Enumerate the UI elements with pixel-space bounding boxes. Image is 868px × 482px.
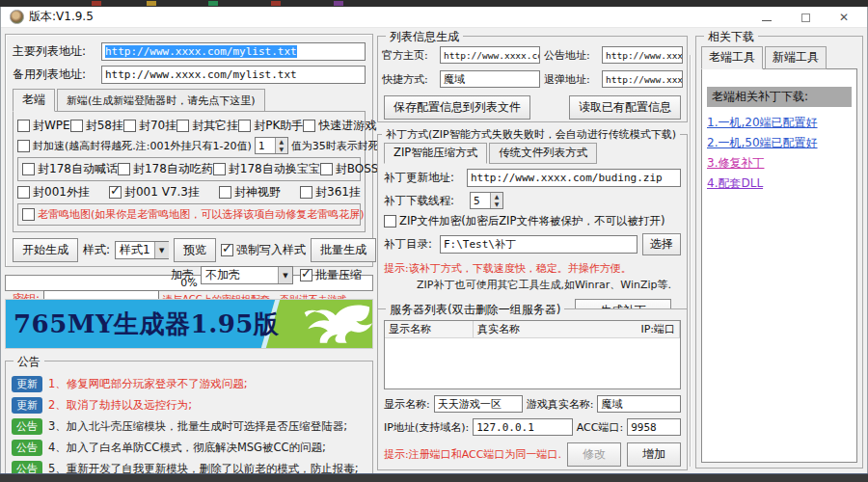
checkbox-icon	[213, 163, 226, 175]
real-name-input[interactable]: 魔域	[597, 395, 681, 413]
checkbox-icon	[320, 163, 333, 175]
background-taskbar-edge	[0, 473, 868, 482]
patch-url-input[interactable]: http://www.xxxx.com/buding.zip	[467, 169, 681, 187]
checkbox-icon	[303, 120, 315, 132]
background-icon	[334, 1, 343, 6]
close-button[interactable]: ✕	[825, 7, 863, 28]
threads-spinner[interactable]: 5▲▼	[470, 192, 503, 209]
download-link[interactable]: 3.修复补丁	[707, 155, 852, 172]
app-body: 主要列表地址: http://www.xxxx.com/mylist.txt 备…	[1, 28, 867, 472]
patch-tab[interactable]: ZIP智能压缩方式	[384, 143, 487, 164]
notice-text: 2、取消了劫持以及远控行为;	[48, 398, 192, 413]
block-option-checkbox[interactable]: 封178自动喊话	[22, 161, 118, 177]
batch-generate-button[interactable]: 批量生成	[311, 238, 376, 262]
downloads-listbox[interactable]: 老端相关补丁下载: 1.一机,20端已配置好2.一机,50端已配置好3.修复补丁…	[701, 68, 857, 463]
bounce-input[interactable]: http://www.xxxx.com	[602, 70, 683, 88]
block-speed-checkbox[interactable]: 封加速(越高封得越死.注:001外挂只有1-20值)	[17, 139, 252, 153]
main-list-input[interactable]: http://www.xxxx.com/mylist.txt	[101, 42, 366, 61]
app-icon	[10, 10, 24, 24]
start-generate-button[interactable]: 开始生成	[13, 238, 78, 262]
ip-input[interactable]: 127.0.0.1	[473, 418, 573, 436]
real-name-label: 游戏真实名称:	[527, 397, 594, 412]
list-generation-column: 列表信息生成 官方主页: http://www.xxxx.com 公告地址: h…	[377, 28, 688, 472]
zip-encrypt-checkbox[interactable]: ZIP文件加密(加密后ZIP文件将被保护，不可以被打开)	[384, 214, 665, 228]
save-config-button[interactable]: 保存配置信息到列表文件	[384, 95, 530, 120]
notice-url-input[interactable]: http://www.xxxx.com	[602, 46, 683, 64]
window-title: 版本:V1.9.5	[29, 9, 94, 25]
background-window-edge	[0, 0, 868, 7]
patch-tab[interactable]: 传统文件列表方式	[489, 143, 597, 164]
patch-url-label: 补丁更新地址:	[384, 171, 467, 185]
spin-down-icon[interactable]: ▼	[491, 201, 502, 208]
shortcut-input[interactable]: 魔域	[440, 70, 540, 88]
acc-port-label: ACC端口:	[577, 420, 623, 435]
block-option-checkbox[interactable]: 快速进游戏	[303, 118, 376, 134]
downloads-tab[interactable]: 老端工具	[701, 46, 763, 69]
check-row-3: 封178自动喊话封178自动吃药封178自动换宝宝封BOSS提醒	[17, 157, 361, 181]
downloads-tab[interactable]: 新端工具	[765, 46, 827, 69]
maximize-button[interactable]	[786, 7, 825, 28]
spin-up-icon[interactable]: ▲	[491, 193, 502, 201]
download-link[interactable]: 4.配套DLL	[707, 175, 852, 192]
download-link[interactable]: 2.一机,50端已配置好	[707, 135, 852, 151]
block-option-checkbox[interactable]: 封58挂	[70, 118, 123, 134]
client-tab[interactable]: 新端(生成新端登陆器时，请先点下这里)	[57, 89, 265, 112]
notice-text: 3、加入北斗壳压缩模块，批量生成时可选择是否压缩登陆器;	[48, 419, 347, 434]
speed-value-spinner[interactable]: 1▲▼	[255, 137, 288, 154]
add-server-button[interactable]: 增加	[627, 442, 681, 467]
main-list-row: 主要列表地址: http://www.xxxx.com/mylist.txt	[13, 42, 366, 61]
server-list-title: 服务器列表(双击删除一组服务器)	[386, 302, 564, 318]
list-info-box: 列表信息生成 官方主页: http://www.xxxx.com 公告地址: h…	[377, 36, 688, 122]
spin-down-icon[interactable]: ▼	[276, 146, 287, 153]
block-option-checkbox[interactable]: 封001外挂	[17, 184, 90, 201]
choose-dir-button[interactable]: 选择	[642, 233, 681, 255]
notice-badge: 更新	[12, 397, 42, 414]
batch-compress-checkbox[interactable]: 批量压缩	[300, 267, 362, 283]
backup-list-input[interactable]: http://www.xxxx.com/mylist.txt	[101, 66, 366, 84]
backup-list-label: 备用列表地址:	[13, 67, 101, 83]
block-option-checkbox[interactable]: 封001 V7.3挂	[109, 184, 200, 201]
thunder-map-checkbox[interactable]: 老雷鸣地图(如果你是老雷鸣地图，可以选择该项自动修复老雷鸣花屏)	[22, 207, 365, 222]
patch-mode-title: 补丁方式(ZIP智能方式失败失败时，会自动进行传统模式下载)	[382, 127, 680, 142]
display-name-label: 显示名称:	[384, 397, 430, 412]
downloads-links: 1.一机,20端已配置好2.一机,50端已配置好3.修复补丁4.配套DLL	[707, 115, 852, 192]
banner-title: 765MY生成器1.95版	[14, 308, 279, 341]
block-option-checkbox[interactable]: 封WPE	[17, 118, 70, 134]
display-name-input[interactable]: 天天游戏一区	[434, 395, 523, 413]
block-option-checkbox[interactable]: 封178自动吃药	[118, 161, 213, 177]
shell-dropdown[interactable]: 不加壳▼	[201, 266, 293, 284]
home-input[interactable]: http://www.xxxx.com	[440, 46, 540, 64]
patch-threads-label: 补丁下载线程:	[384, 194, 467, 208]
block-option-checkbox[interactable]: 封PK助手	[238, 118, 303, 134]
spin-up-icon[interactable]: ▲	[276, 138, 287, 146]
patch-dir-input[interactable]: F:\Test\补丁	[440, 235, 637, 254]
patch-url-row: 补丁更新地址: http://www.xxxx.com/buding.zip	[384, 169, 681, 187]
app-window: 版本:V1.9.5 ✕ 主要列表地址: http://www.xxxx.com/…	[0, 7, 868, 473]
notice-item: 公告 3、加入北斗壳压缩模块，批量生成时可选择是否压缩登陆器;	[12, 415, 366, 437]
client-tab[interactable]: 老端	[13, 89, 55, 112]
notice-item: 更新 2、取消了劫持以及远控行为;	[12, 394, 366, 415]
checkbox-icon	[22, 208, 35, 221]
style-dropdown[interactable]: 样式1▼	[115, 241, 169, 259]
server-column-header[interactable]: 真实名称	[474, 321, 637, 337]
downloads-column: 相关下载 老端工具新端工具 老端相关补丁下载: 1.一机,20端已配置好2.一机…	[695, 28, 865, 472]
minimize-button[interactable]	[747, 7, 786, 28]
block-option-checkbox[interactable]: 封178自动换宝宝	[213, 161, 320, 177]
block-option-checkbox[interactable]: 封神视野	[219, 184, 281, 201]
modify-server-button[interactable]: 修改	[567, 442, 621, 467]
preview-button[interactable]: 预览	[174, 238, 216, 262]
server-column-header[interactable]: 显示名称	[385, 321, 474, 337]
block-option-checkbox[interactable]: 封361挂	[300, 184, 361, 201]
checkbox-icon	[109, 186, 122, 199]
read-config-button[interactable]: 读取已有配置信息	[569, 95, 681, 120]
main-list-label: 主要列表地址:	[13, 43, 101, 60]
force-style-checkbox[interactable]: 强制写入样式	[221, 242, 306, 258]
block-option-checkbox[interactable]: 封70挂	[123, 118, 176, 134]
download-link[interactable]: 1.一机,20端已配置好	[707, 115, 852, 131]
server-listview[interactable]: 显示名称真实名称IP:端口	[384, 320, 681, 389]
notice-item: 更新 1、修复网吧部分玩家登录不了游戏问题;	[12, 373, 366, 394]
acc-port-input[interactable]: 9958	[627, 418, 681, 436]
server-column-header[interactable]: IP:端口	[637, 321, 680, 337]
block-option-checkbox[interactable]: 封其它挂	[176, 118, 238, 134]
generate-toolbar: 开始生成 样式: 样式1▼ 预览 强制写入样式 批量生成	[13, 238, 366, 262]
